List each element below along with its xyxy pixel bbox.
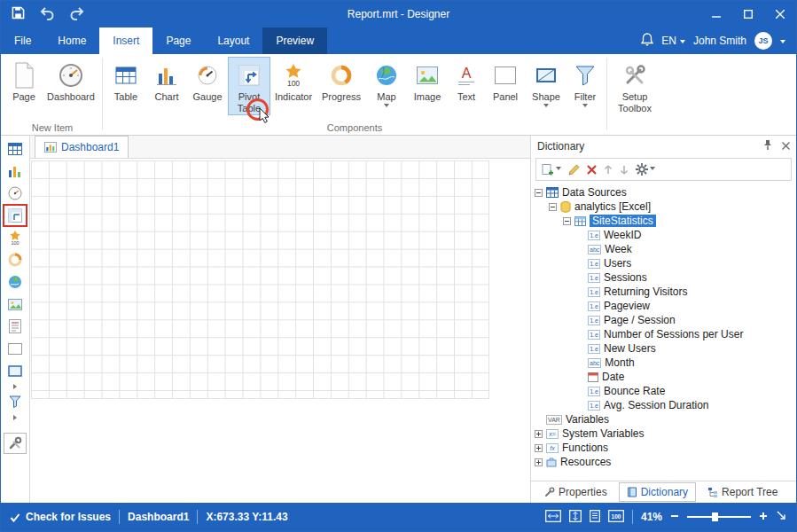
minimize-button[interactable] bbox=[700, 1, 732, 27]
move-down-button[interactable] bbox=[620, 165, 629, 175]
zoom-out-button[interactable] bbox=[670, 511, 679, 523]
toolbar-item-indicator[interactable]: 100 bbox=[4, 227, 27, 248]
tree-item-label: Bounce Rate bbox=[604, 385, 665, 397]
tab-layout[interactable]: Layout bbox=[204, 27, 262, 54]
new-item-button[interactable] bbox=[542, 163, 561, 176]
language-selector[interactable]: EN bbox=[661, 35, 685, 47]
settings-button[interactable] bbox=[636, 163, 655, 176]
tree-item[interactable]: Data Sources bbox=[531, 185, 796, 200]
zoom-page-width-button[interactable] bbox=[545, 510, 561, 525]
toolbar-item-panel[interactable] bbox=[4, 338, 27, 359]
tree-item[interactable]: Date bbox=[531, 370, 796, 384]
tree-item[interactable]: VAR Variables bbox=[531, 412, 796, 426]
tree-item[interactable]: 1.eNew Users bbox=[531, 341, 796, 356]
check-for-issues-button[interactable]: Check for Issues bbox=[10, 511, 111, 523]
tab-home[interactable]: Home bbox=[44, 27, 99, 54]
collapse-icon[interactable] bbox=[563, 217, 571, 225]
tree-item[interactable]: 1.ePage / Session bbox=[531, 313, 796, 327]
resize-grip[interactable] bbox=[776, 510, 787, 524]
zoom-one-page-button[interactable] bbox=[590, 510, 600, 525]
expand-icon[interactable] bbox=[535, 444, 543, 452]
tree-item[interactable]: x= System Variables bbox=[531, 426, 796, 441]
close-panel-button[interactable] bbox=[782, 140, 790, 153]
edit-button[interactable] bbox=[568, 164, 580, 176]
toolbar-expand-shape-button[interactable] bbox=[4, 382, 27, 390]
avatar[interactable]: JS bbox=[754, 32, 772, 50]
tree-item-selected[interactable]: SiteStatistics bbox=[531, 214, 796, 228]
ribbon-item-chart[interactable]: Chart bbox=[146, 57, 187, 104]
tab-page[interactable]: Page bbox=[152, 27, 204, 54]
zoom-slider[interactable] bbox=[687, 516, 751, 518]
tab-dashboard1[interactable]: Dashboard1 bbox=[35, 136, 129, 158]
tree-item[interactable]: Resources bbox=[531, 455, 796, 469]
ribbon-item-dashboard[interactable]: Dashboard bbox=[43, 57, 99, 104]
tab-insert[interactable]: Insert bbox=[99, 27, 152, 54]
tree-item[interactable]: 1.eAvg. Session Duration bbox=[531, 398, 796, 412]
collapse-icon[interactable] bbox=[549, 203, 557, 211]
tree-item-label: analytics [Excel] bbox=[574, 200, 651, 213]
ribbon-item-map[interactable]: Map bbox=[366, 57, 407, 111]
ribbon-item-filter[interactable]: Filter bbox=[566, 57, 604, 111]
expand-icon[interactable] bbox=[535, 458, 543, 466]
delete-button[interactable] bbox=[587, 165, 597, 175]
tab-dictionary[interactable]: Dictionary bbox=[619, 482, 696, 502]
undo-button[interactable] bbox=[39, 6, 55, 23]
expand-icon[interactable] bbox=[535, 430, 543, 438]
design-grid[interactable] bbox=[31, 160, 489, 399]
toolbar-item-setup-toolbox[interactable] bbox=[4, 433, 27, 454]
tree-item[interactable]: 1.eSessions bbox=[531, 270, 796, 285]
toolbar-item-map[interactable] bbox=[4, 271, 27, 293]
toolbar-item-table[interactable] bbox=[4, 138, 27, 160]
zoom-100-button[interactable]: 100 bbox=[608, 510, 624, 525]
toolbar-item-pivot-table[interactable] bbox=[4, 205, 27, 226]
tab-report-tree[interactable]: Report Tree bbox=[699, 482, 785, 502]
toolbar-expand-filter-button[interactable] bbox=[4, 413, 27, 421]
ribbon-item-shape[interactable]: Shape bbox=[526, 57, 566, 111]
ribbon-item-indicator[interactable]: 100 Indicator bbox=[270, 57, 316, 104]
redo-button[interactable] bbox=[69, 6, 85, 23]
notifications-button[interactable] bbox=[641, 33, 653, 49]
toolbar-item-progress[interactable] bbox=[4, 249, 27, 270]
pin-panel-button[interactable] bbox=[762, 139, 773, 153]
tree-item[interactable]: abcWeek bbox=[531, 242, 796, 256]
rich-text-icon bbox=[9, 319, 21, 333]
collapse-icon[interactable] bbox=[535, 189, 543, 197]
zoom-slider-thumb[interactable] bbox=[712, 512, 718, 521]
tree-item[interactable]: fx Functions bbox=[531, 441, 796, 455]
toolbar-item-chart[interactable] bbox=[4, 160, 27, 182]
tree-item[interactable]: 1.eBounce Rate bbox=[531, 384, 796, 398]
tree-item[interactable]: analytics [Excel] bbox=[531, 200, 796, 214]
tab-preview[interactable]: Preview bbox=[262, 27, 327, 54]
ribbon-item-panel[interactable]: Panel bbox=[485, 57, 526, 104]
maximize-button[interactable] bbox=[732, 1, 764, 27]
tree-item[interactable]: 1.eNumber of Sessions per User bbox=[531, 327, 796, 341]
ribbon-item-table[interactable]: Table bbox=[105, 57, 146, 104]
tree-item[interactable]: 1.eUsers bbox=[531, 256, 796, 270]
save-button[interactable] bbox=[12, 6, 25, 22]
tree-item[interactable]: 1.eReturning Visitors bbox=[531, 285, 796, 299]
ribbon-item-progress[interactable]: Progress bbox=[316, 57, 366, 104]
toolbar-item-gauge[interactable] bbox=[4, 183, 27, 204]
tree-item[interactable]: 1.eWeekID bbox=[531, 228, 796, 242]
ribbon-item-image[interactable]: Image bbox=[407, 57, 448, 104]
dashboard-canvas[interactable] bbox=[30, 159, 530, 503]
toolbar-item-image[interactable] bbox=[4, 293, 27, 315]
toolbar-item-shape[interactable] bbox=[4, 360, 27, 381]
ribbon-item-page[interactable]: Page bbox=[5, 57, 43, 104]
toolbar-item-text[interactable] bbox=[4, 316, 27, 337]
ribbon-item-text[interactable]: A Text bbox=[448, 57, 485, 104]
tab-properties[interactable]: Properties bbox=[536, 482, 615, 502]
close-button[interactable] bbox=[764, 1, 796, 27]
zoom-page-height-button[interactable] bbox=[569, 510, 582, 525]
toolbar-item-filter[interactable] bbox=[4, 391, 27, 412]
ribbon-item-gauge[interactable]: Gauge bbox=[187, 57, 228, 104]
ribbon-item-setup-toolbox[interactable]: Setup Toolbox bbox=[610, 57, 660, 115]
tab-file[interactable]: File bbox=[1, 27, 44, 54]
ribbon-group-components: Table Chart Gauge Pivot Table bbox=[103, 56, 606, 134]
move-up-button[interactable] bbox=[604, 165, 613, 175]
user-menu-chevron-icon[interactable] bbox=[780, 40, 785, 46]
tree-item[interactable]: abcMonth bbox=[531, 356, 796, 370]
tree-item[interactable]: 1.ePageview bbox=[531, 299, 796, 313]
zoom-in-button[interactable] bbox=[759, 511, 768, 523]
tree-item-label: SiteStatistics bbox=[590, 215, 656, 227]
